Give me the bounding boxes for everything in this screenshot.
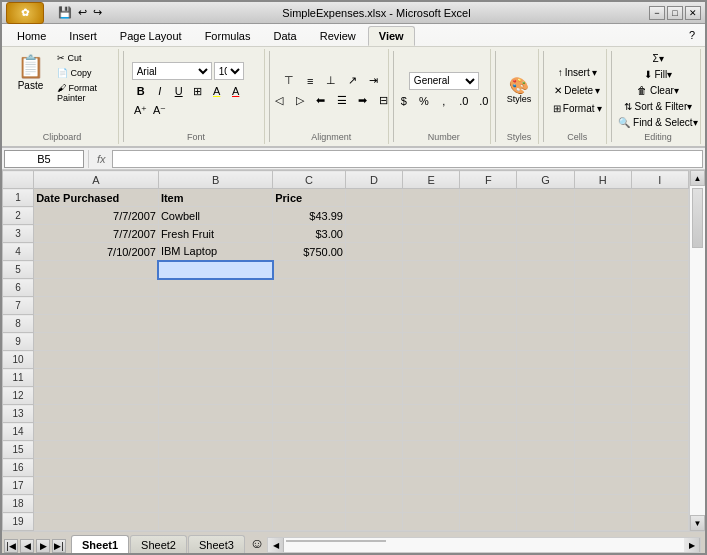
new-sheet-button[interactable]: ☺ xyxy=(250,535,264,551)
top-align-button[interactable]: ⊤ xyxy=(279,72,299,90)
cell-D19[interactable] xyxy=(345,513,402,531)
cell-I9[interactable] xyxy=(631,333,688,351)
cell-B2[interactable]: Cowbell xyxy=(158,207,272,225)
tab-insert[interactable]: Insert xyxy=(58,26,108,46)
shrink-font-button[interactable]: A⁻ xyxy=(151,101,169,119)
fill-color-button[interactable]: A xyxy=(208,82,226,100)
col-header-H[interactable]: H xyxy=(574,171,631,189)
paste-button[interactable]: 📋 Paste xyxy=(10,51,51,130)
cell-H9[interactable] xyxy=(574,333,631,351)
cell-E5[interactable] xyxy=(403,261,460,279)
cell-I4[interactable] xyxy=(631,243,688,261)
cell-E18[interactable] xyxy=(403,495,460,513)
cell-G12[interactable] xyxy=(517,387,574,405)
cell-E9[interactable] xyxy=(403,333,460,351)
cell-H12[interactable] xyxy=(574,387,631,405)
center-align-button[interactable]: ☰ xyxy=(332,92,352,110)
cell-I3[interactable] xyxy=(631,225,688,243)
cell-E6[interactable] xyxy=(403,279,460,297)
italic-button[interactable]: I xyxy=(151,82,169,100)
cell-A19[interactable] xyxy=(34,513,159,531)
col-header-D[interactable]: D xyxy=(345,171,402,189)
cell-B9[interactable] xyxy=(158,333,272,351)
cell-F1[interactable] xyxy=(460,189,517,207)
cell-D8[interactable] xyxy=(345,315,402,333)
minimize-button[interactable]: − xyxy=(649,6,665,20)
cell-I12[interactable] xyxy=(631,387,688,405)
row-header-4[interactable]: 4 xyxy=(3,243,34,261)
cell-I17[interactable] xyxy=(631,477,688,495)
cell-A13[interactable] xyxy=(34,405,159,423)
cell-G14[interactable] xyxy=(517,423,574,441)
text-orient-button[interactable]: ↗ xyxy=(342,72,362,90)
cell-I16[interactable] xyxy=(631,459,688,477)
clear-button[interactable]: 🗑 Clear▾ xyxy=(632,83,684,98)
cell-G19[interactable] xyxy=(517,513,574,531)
cell-I19[interactable] xyxy=(631,513,688,531)
cell-D2[interactable] xyxy=(345,207,402,225)
row-header-2[interactable]: 2 xyxy=(3,207,34,225)
qat-save-button[interactable]: 💾 xyxy=(56,5,74,20)
cell-E8[interactable] xyxy=(403,315,460,333)
name-box[interactable] xyxy=(4,150,84,168)
cell-E12[interactable] xyxy=(403,387,460,405)
cell-H16[interactable] xyxy=(574,459,631,477)
cell-F18[interactable] xyxy=(460,495,517,513)
cell-E15[interactable] xyxy=(403,441,460,459)
cell-B7[interactable] xyxy=(158,297,272,315)
cell-I7[interactable] xyxy=(631,297,688,315)
tab-home[interactable]: Home xyxy=(6,26,57,46)
cell-A15[interactable] xyxy=(34,441,159,459)
fill-button[interactable]: ⬇ Fill▾ xyxy=(639,67,678,82)
font-size-select[interactable]: 10 xyxy=(214,62,244,80)
cut-button[interactable]: ✂ Cut xyxy=(53,51,114,65)
cell-A5[interactable] xyxy=(34,261,159,279)
cell-A14[interactable] xyxy=(34,423,159,441)
cell-B6[interactable] xyxy=(158,279,272,297)
sheet-tab-sheet3[interactable]: Sheet3 xyxy=(188,535,245,553)
col-header-C[interactable]: C xyxy=(273,171,346,189)
cell-E4[interactable] xyxy=(403,243,460,261)
comma-button[interactable]: , xyxy=(435,92,453,110)
cell-F12[interactable] xyxy=(460,387,517,405)
cell-H10[interactable] xyxy=(574,351,631,369)
cell-G11[interactable] xyxy=(517,369,574,387)
cell-B5[interactable] xyxy=(158,261,272,279)
qat-undo-button[interactable]: ↩ xyxy=(76,5,89,20)
cell-E19[interactable] xyxy=(403,513,460,531)
cell-G6[interactable] xyxy=(517,279,574,297)
cell-B12[interactable] xyxy=(158,387,272,405)
row-header-9[interactable]: 9 xyxy=(3,333,34,351)
indent-inc-button[interactable]: ▷ xyxy=(290,92,310,110)
font-color-button[interactable]: A xyxy=(227,82,245,100)
cell-E11[interactable] xyxy=(403,369,460,387)
cell-F4[interactable] xyxy=(460,243,517,261)
cell-H14[interactable] xyxy=(574,423,631,441)
tab-data[interactable]: Data xyxy=(262,26,307,46)
cell-D11[interactable] xyxy=(345,369,402,387)
wrap-text-button[interactable]: ⇥ xyxy=(363,72,383,90)
cell-B19[interactable] xyxy=(158,513,272,531)
format-painter-button[interactable]: 🖌 Format Painter xyxy=(53,81,114,105)
cell-E7[interactable] xyxy=(403,297,460,315)
cell-I1[interactable] xyxy=(631,189,688,207)
cell-B14[interactable] xyxy=(158,423,272,441)
decimal-inc-button[interactable]: .0 xyxy=(455,92,473,110)
cell-G16[interactable] xyxy=(517,459,574,477)
sheet-last-button[interactable]: ▶| xyxy=(52,539,66,553)
cell-A17[interactable] xyxy=(34,477,159,495)
col-header-F[interactable]: F xyxy=(460,171,517,189)
cell-B17[interactable] xyxy=(158,477,272,495)
percent-button[interactable]: % xyxy=(415,92,433,110)
hscroll-left-button[interactable]: ◀ xyxy=(268,538,284,552)
cell-C18[interactable] xyxy=(273,495,346,513)
row-header-11[interactable]: 11 xyxy=(3,369,34,387)
cell-E3[interactable] xyxy=(403,225,460,243)
cell-E2[interactable] xyxy=(403,207,460,225)
sheet-next-button[interactable]: ▶ xyxy=(36,539,50,553)
cell-D9[interactable] xyxy=(345,333,402,351)
cell-G9[interactable] xyxy=(517,333,574,351)
vscroll-down-button[interactable]: ▼ xyxy=(690,515,705,531)
cell-G10[interactable] xyxy=(517,351,574,369)
cell-C15[interactable] xyxy=(273,441,346,459)
